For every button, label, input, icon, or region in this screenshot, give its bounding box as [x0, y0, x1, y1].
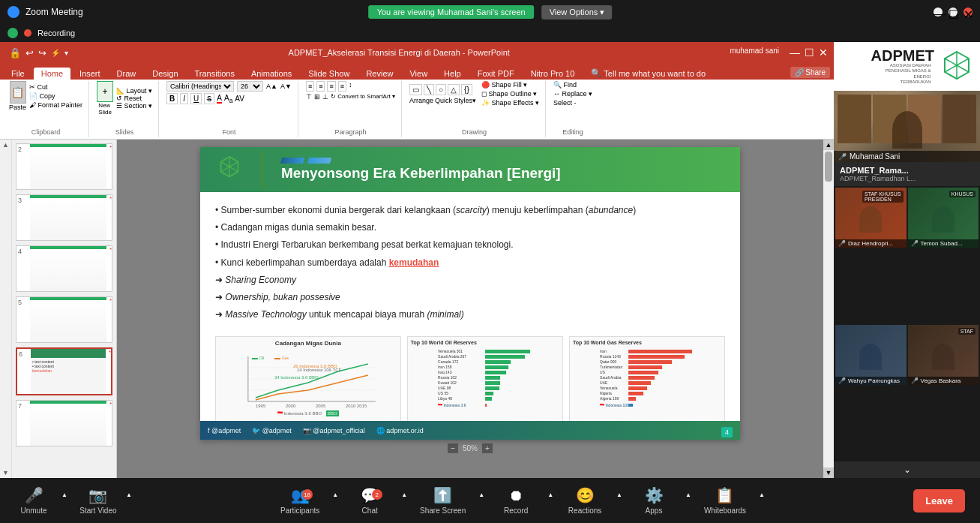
zoom-in-btn[interactable]: +: [482, 443, 493, 453]
ppt-restore[interactable]: ☐: [805, 47, 814, 59]
slide-thumb-5[interactable]: 5 *: [16, 296, 112, 343]
paste-btn[interactable]: 📋 Paste: [9, 81, 26, 111]
minimize-button[interactable]: —: [934, 8, 943, 17]
tab-insert[interactable]: Insert: [72, 68, 108, 80]
rect-shape-btn[interactable]: ▭: [409, 84, 422, 95]
text-dir-btn[interactable]: ↕: [349, 81, 352, 92]
vertical-scrollbar[interactable]: ▲ ▼: [823, 140, 834, 478]
record-button[interactable]: ⏺ Record: [497, 487, 535, 515]
tab-review[interactable]: Review: [358, 68, 400, 80]
tab-slideshow[interactable]: Slide Show: [301, 68, 357, 80]
tab-draw[interactable]: Draw: [109, 68, 144, 80]
tab-design[interactable]: Design: [145, 68, 185, 80]
char-spacing-btn[interactable]: AV: [235, 95, 244, 103]
zoom-controls[interactable]: − 50% +: [448, 443, 493, 453]
triangle-shape-btn[interactable]: △: [448, 84, 460, 95]
slide-thumb-3[interactable]: 3 *: [16, 194, 112, 241]
unmute-button[interactable]: 🎤 Unmute: [15, 486, 52, 515]
unmute-caret[interactable]: ▲: [60, 491, 69, 498]
share-screen-button[interactable]: ⬆️ Share Screen: [420, 486, 466, 515]
expand-participants-btn[interactable]: ⌄: [834, 461, 980, 478]
align-mid-btn[interactable]: ⊞: [314, 93, 320, 101]
reactions-button[interactable]: 😊 Reactions: [566, 486, 604, 515]
oval-shape-btn[interactable]: ○: [436, 84, 446, 95]
format-painter-btn[interactable]: 🖌 Format Painter: [29, 101, 82, 109]
video-caret[interactable]: ▲: [124, 491, 133, 498]
shape-outline-btn[interactable]: ◻ Shape Outline ▾: [481, 90, 539, 98]
whiteboards-button[interactable]: 📋 Whiteboards: [704, 486, 746, 515]
find-btn[interactable]: 🔍 Find: [553, 81, 592, 89]
zoom-out-btn[interactable]: −: [448, 443, 458, 453]
tab-transitions[interactable]: Transitions: [187, 68, 242, 80]
font-grow-btn[interactable]: A▲: [266, 83, 277, 90]
align-top-btn[interactable]: ⊤: [306, 93, 312, 101]
whiteboards-caret[interactable]: ▲: [757, 491, 766, 498]
shape-fill-btn[interactable]: 🔴 Shape Fill ▾: [481, 81, 539, 89]
convert-smartart-btn[interactable]: ↻ Convert to SmartArt ▾: [331, 93, 395, 101]
tab-home[interactable]: Home: [34, 68, 70, 80]
italic-btn[interactable]: I: [180, 93, 188, 104]
main-slide[interactable]: Menyonsong Era Keberlimpahan [Energi] • …: [200, 147, 740, 440]
slide-thumb-7[interactable]: 7 *: [16, 400, 112, 446]
select-btn[interactable]: Select -: [553, 99, 592, 107]
slide-thumb-4[interactable]: 4 *: [16, 245, 112, 292]
cut-btn[interactable]: ✂ Cut: [29, 83, 82, 91]
slide-thumb-2[interactable]: 2 *: [16, 143, 112, 190]
new-slide-btn[interactable]: + NewSlide: [97, 81, 113, 116]
scroll-up-arrow[interactable]: ▲: [2, 141, 9, 149]
close-button[interactable]: ✕: [964, 8, 973, 17]
apps-button[interactable]: ⚙️ Apps: [635, 486, 673, 515]
justify-btn[interactable]: ≡: [338, 81, 346, 92]
underline-btn[interactable]: U: [190, 93, 202, 104]
tab-view[interactable]: View: [402, 68, 435, 80]
start-video-button[interactable]: 📷 Start Video: [79, 486, 117, 515]
tab-file[interactable]: File: [4, 68, 32, 80]
replace-btn[interactable]: ↔ Replace ▾: [553, 90, 592, 98]
scroll-thumb[interactable]: [825, 152, 832, 182]
scroll-down[interactable]: ▼: [823, 467, 834, 478]
slide-thumb-6[interactable]: 6 • text content • text content kemudaha…: [16, 347, 112, 395]
bold-btn[interactable]: B: [166, 93, 178, 104]
copy-btn[interactable]: 📄 Copy: [29, 92, 82, 100]
font-family-select[interactable]: Calibri (Headings): [166, 81, 234, 92]
share-caret[interactable]: ▲: [477, 491, 486, 498]
chat-caret[interactable]: ▲: [400, 491, 409, 498]
reactions-caret[interactable]: ▲: [615, 491, 624, 498]
participants-caret[interactable]: ▲: [331, 491, 340, 498]
ppt-minimize[interactable]: —: [790, 47, 800, 59]
tab-foxit[interactable]: Foxit PDF: [470, 68, 522, 80]
shape-effects-btn[interactable]: ✨ Shape Effects ▾: [481, 99, 539, 107]
view-options-button[interactable]: View Options ▾: [542, 5, 613, 20]
align-left-btn[interactable]: ≡: [306, 81, 314, 92]
highlight-btn[interactable]: Aa: [224, 94, 232, 104]
curly-shape-btn[interactable]: {}: [461, 84, 472, 95]
font-size-select[interactable]: 26: [237, 81, 263, 92]
tab-nitro[interactable]: Nitro Pro 10: [523, 68, 583, 80]
reset-btn[interactable]: ↺ Reset: [116, 95, 152, 102]
strikethrough-btn[interactable]: S̶: [204, 93, 214, 104]
tab-tell-me[interactable]: 🔍Tell me what you want to do: [583, 67, 713, 80]
align-bot-btn[interactable]: ⊥: [322, 93, 328, 101]
leave-button[interactable]: Leave: [913, 489, 965, 512]
tab-help[interactable]: Help: [436, 68, 469, 80]
left-scroll-bar[interactable]: ▲ ▼: [0, 140, 12, 478]
record-caret[interactable]: ▲: [546, 491, 555, 498]
font-color-btn[interactable]: A: [217, 94, 222, 104]
chat-button[interactable]: 💬 2 Chat: [351, 486, 388, 515]
tab-animations[interactable]: Animations: [244, 68, 299, 80]
maximize-button[interactable]: ☐: [949, 8, 958, 17]
align-right-btn[interactable]: ≡: [327, 81, 335, 92]
scroll-up[interactable]: ▲: [823, 140, 834, 150]
section-btn[interactable]: ☰ Section ▾: [116, 102, 152, 110]
share-btn[interactable]: 🔗 Share: [790, 67, 830, 78]
quick-styles-btn[interactable]: Quick Styles▾: [435, 97, 476, 104]
align-center-btn[interactable]: ≡: [316, 81, 325, 92]
scroll-down-arrow[interactable]: ▼: [2, 469, 9, 476]
arrange-btn[interactable]: Arrange: [409, 97, 433, 104]
line-shape-btn[interactable]: ╲: [424, 84, 434, 95]
font-shrink-btn[interactable]: A▼: [280, 83, 292, 90]
ppt-close[interactable]: ✕: [819, 47, 828, 59]
layout-btn[interactable]: 📐 Layout ▾: [116, 87, 152, 95]
apps-caret[interactable]: ▲: [684, 491, 693, 498]
participants-button[interactable]: 👥 18 Participants: [280, 486, 319, 515]
